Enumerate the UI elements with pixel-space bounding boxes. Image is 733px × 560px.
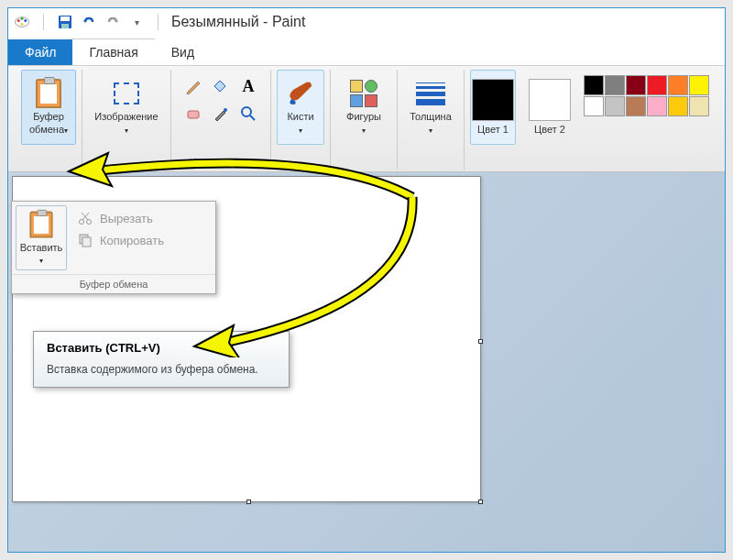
copy-item[interactable]: Копировать (74, 229, 204, 251)
chevron-down-icon: ▾ (64, 126, 68, 135)
undo-icon[interactable] (81, 14, 97, 30)
svg-point-13 (87, 220, 92, 225)
tab-home[interactable]: Главная (72, 38, 154, 65)
color-swatch[interactable] (668, 75, 688, 95)
ribbon: Буфер обмена▾ Изображение ▾ A (8, 65, 725, 172)
clipboard-label: Буфер обмена (29, 111, 64, 134)
color1-swatch (472, 79, 514, 121)
thickness-button[interactable]: Толщина▾ (403, 70, 458, 145)
image-button[interactable]: Изображение ▾ (88, 70, 165, 145)
color2-label: Цвет 2 (534, 124, 565, 136)
color2-swatch (529, 79, 571, 121)
thickness-icon (416, 82, 445, 105)
color-swatch[interactable] (605, 75, 625, 95)
text-tool[interactable]: A (235, 73, 261, 99)
window-title: Безымянный - Paint (171, 14, 305, 30)
paste-tooltip: Вставить (CTRL+V) Вставка содержимого из… (33, 331, 290, 388)
paint-app-icon (14, 14, 30, 30)
color1-label: Цвет 1 (477, 124, 509, 136)
shapes-button[interactable]: Фигуры▾ (336, 70, 391, 145)
svg-point-9 (224, 108, 227, 112)
cut-item[interactable]: Вырезать (74, 207, 204, 229)
clipboard-icon (29, 212, 52, 238)
qat-dropdown-icon[interactable]: ▾ (128, 14, 145, 30)
svg-point-3 (24, 19, 27, 22)
color-swatch[interactable] (626, 96, 646, 116)
eraser-tool[interactable] (181, 101, 206, 126)
svg-rect-6 (60, 16, 70, 21)
color1-button[interactable]: Цвет 1 (470, 70, 516, 145)
svg-line-15 (82, 213, 88, 220)
color-swatch[interactable] (689, 75, 709, 95)
shapes-label: Фигуры (346, 111, 381, 122)
picker-tool[interactable] (208, 101, 234, 126)
chevron-down-icon: ▾ (299, 126, 302, 135)
tab-file[interactable]: Файл (8, 39, 72, 65)
svg-point-1 (17, 19, 20, 22)
shapes-icon (350, 80, 377, 107)
color-swatch[interactable] (647, 75, 667, 95)
clipboard-icon (36, 79, 61, 108)
chevron-down-icon: ▾ (125, 126, 128, 135)
color-swatch[interactable] (584, 75, 604, 95)
tooltip-text: Вставка содержимого из буфера обмена. (47, 362, 276, 378)
copy-label: Копировать (100, 234, 164, 247)
tools-group-label: Инструменты (177, 155, 265, 170)
brushes-label: Кисти (287, 111, 313, 122)
color2-button[interactable]: Цвет 2 (527, 70, 573, 145)
color-swatch[interactable] (668, 96, 688, 116)
svg-rect-7 (61, 24, 69, 28)
save-icon[interactable] (57, 14, 73, 30)
pencil-tool[interactable] (181, 73, 206, 99)
color-swatch[interactable] (626, 75, 646, 95)
svg-point-4 (21, 23, 24, 26)
color-swatch[interactable] (647, 96, 667, 116)
thickness-label: Толщина (410, 111, 452, 122)
copy-icon (78, 233, 93, 247)
chevron-down-icon: ▾ (429, 126, 432, 135)
zoom-tool[interactable] (235, 101, 261, 126)
fill-tool[interactable] (208, 73, 234, 99)
tab-bar: Файл Главная Вид (8, 36, 725, 65)
brushes-button[interactable]: Кисти▾ (277, 70, 324, 145)
image-label: Изображение (94, 111, 158, 122)
color-swatch[interactable] (584, 96, 604, 116)
redo-icon[interactable] (104, 14, 121, 30)
svg-point-10 (242, 107, 251, 116)
svg-rect-8 (188, 111, 199, 118)
svg-line-14 (82, 213, 89, 220)
color-swatch[interactable] (605, 96, 625, 116)
select-icon (114, 82, 139, 104)
paste-label: Вставить (20, 242, 63, 253)
cut-label: Вырезать (100, 212, 153, 225)
svg-point-2 (21, 17, 24, 20)
chevron-down-icon: ▾ (39, 257, 43, 265)
chevron-down-icon: ▾ (362, 126, 366, 135)
brush-icon (286, 79, 315, 108)
tab-view[interactable]: Вид (155, 39, 211, 65)
tooltip-title: Вставить (CTRL+V) (47, 341, 276, 355)
title-bar: ▾ Безымянный - Paint (8, 8, 725, 36)
color-palette (584, 75, 709, 116)
clipboard-button[interactable]: Буфер обмена▾ (21, 70, 76, 145)
color-swatch[interactable] (689, 96, 709, 116)
svg-point-12 (80, 220, 84, 225)
paste-button[interactable]: Вставить▾ (16, 205, 67, 270)
svg-line-11 (250, 115, 255, 120)
dropdown-footer: Буфер обмена (12, 274, 215, 293)
svg-rect-17 (82, 237, 91, 247)
clipboard-dropdown: Вставить▾ Вырезать Копировать Буфер обме… (11, 201, 216, 294)
scissors-icon (78, 211, 93, 225)
